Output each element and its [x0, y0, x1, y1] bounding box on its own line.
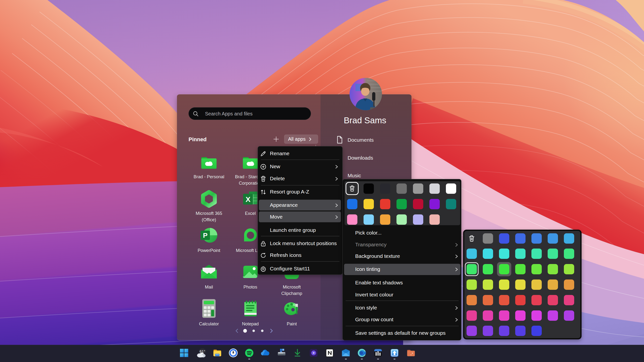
svg-text:P: P [203, 232, 208, 239]
svg-text:X: X [245, 195, 250, 203]
